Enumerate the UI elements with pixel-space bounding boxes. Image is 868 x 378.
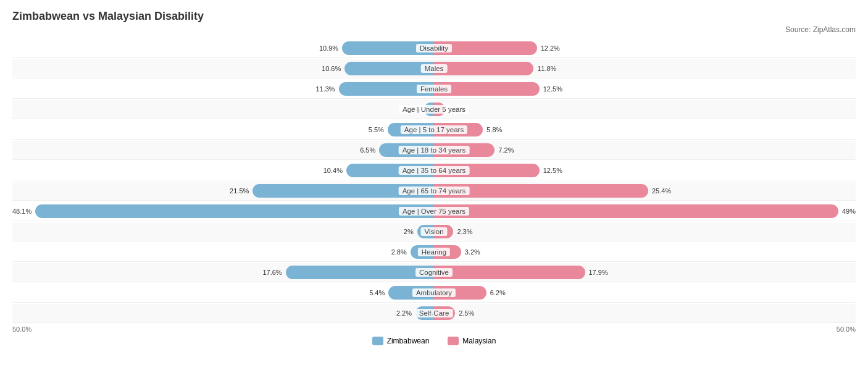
legend-label-malaysian: Malaysian xyxy=(462,337,496,345)
right-side: 3.2% xyxy=(434,244,856,260)
left-side: 2.8% xyxy=(12,244,434,260)
blue-bar xyxy=(344,62,434,75)
bar-val-right: 12.2% xyxy=(541,44,560,52)
source-label: Source: ZipAtlas.com xyxy=(12,25,856,34)
bar-container: 48.1% 49% Age | Over 75 years xyxy=(12,202,856,220)
pink-bar xyxy=(434,306,455,320)
bar-val-left: 5.5% xyxy=(369,126,384,133)
bar-row: 2% 2.3% Vision xyxy=(12,222,856,242)
left-side: 6.5% xyxy=(12,142,434,158)
bar-val-left: 1.2% xyxy=(405,106,420,113)
bar-val-right: 3.2% xyxy=(465,248,480,256)
bar-row: 17.6% 17.9% Cognitive xyxy=(12,263,856,282)
right-side: 1.3% xyxy=(434,101,856,117)
pink-bar xyxy=(434,143,495,157)
bar-val-left: 11.3% xyxy=(315,85,335,93)
right-side: 12.2% xyxy=(434,40,856,56)
bar-val-left: 21.5% xyxy=(230,187,249,195)
chart-area: 10.9% 12.2% Disability 10.6% 11.8% xyxy=(12,39,856,323)
bar-row: 10.6% 11.8% Males xyxy=(12,59,856,78)
bar-val-right: 12.5% xyxy=(543,167,562,174)
blue-bar xyxy=(388,123,434,136)
bar-row: 1.2% 1.3% Age | Under 5 years xyxy=(12,100,856,119)
blue-bar xyxy=(286,266,434,279)
bar-val-left: 2.2% xyxy=(396,309,412,317)
left-side: 5.5% xyxy=(12,122,434,138)
bar-row: 48.1% 49% Age | Over 75 years xyxy=(12,202,856,221)
legend-malaysian: Malaysian xyxy=(448,337,496,345)
bar-row: 10.9% 12.2% Disability xyxy=(12,39,856,58)
pink-bar xyxy=(434,82,540,96)
blue-bar xyxy=(415,306,434,320)
bar-val-right: 25.4% xyxy=(652,187,671,195)
right-side: 6.2% xyxy=(434,285,856,301)
bar-container: 2% 2.3% Vision xyxy=(12,222,856,241)
bar-container: 21.5% 25.4% Age | 65 to 74 years xyxy=(12,182,856,200)
bar-container: 17.6% 17.9% Cognitive xyxy=(12,263,856,282)
blue-bar xyxy=(252,184,434,198)
bar-val-right: 11.8% xyxy=(537,65,556,72)
bar-val-left: 10.6% xyxy=(322,65,341,72)
pink-bar xyxy=(434,62,533,75)
blue-bar xyxy=(35,204,434,218)
bar-val-right: 2.5% xyxy=(459,309,474,317)
right-side: 25.4% xyxy=(434,183,856,199)
pink-bar xyxy=(434,286,486,300)
bar-row: 2.8% 3.2% Hearing xyxy=(12,243,856,262)
right-side: 12.5% xyxy=(434,81,856,97)
bar-row: 5.5% 5.8% Age | 5 to 17 years xyxy=(12,120,856,140)
bar-container: 5.5% 5.8% Age | 5 to 17 years xyxy=(12,120,856,139)
blue-bar xyxy=(388,286,434,300)
blue-bar xyxy=(379,143,434,157)
axis-left-label: 50.0% xyxy=(12,326,31,333)
bar-val-right: 6.2% xyxy=(490,289,506,296)
bar-row: 11.3% 12.5% Females xyxy=(12,80,856,99)
left-side: 10.4% xyxy=(12,162,434,178)
blue-bar xyxy=(417,225,434,238)
bar-container: 5.4% 6.2% Ambulatory xyxy=(12,284,856,302)
bar-val-left: 48.1% xyxy=(12,208,31,215)
left-side: 48.1% xyxy=(12,203,434,219)
left-side: 5.4% xyxy=(12,285,434,301)
axis-right-label: 50.0% xyxy=(837,326,856,333)
bar-val-right: 17.9% xyxy=(589,269,608,276)
bar-val-right: 1.3% xyxy=(449,106,464,113)
left-side: 10.9% xyxy=(12,40,434,56)
bar-row: 6.5% 7.2% Age | 18 to 34 years xyxy=(12,141,856,160)
pink-bar xyxy=(434,41,537,55)
bar-container: 11.3% 12.5% Females xyxy=(12,80,856,98)
left-side: 17.6% xyxy=(12,264,434,280)
legend-color-malaysian xyxy=(448,337,459,345)
blue-bar xyxy=(424,103,434,116)
pink-bar xyxy=(434,204,838,218)
right-side: 2.5% xyxy=(434,305,856,321)
right-side: 5.8% xyxy=(434,122,856,138)
bar-val-left: 10.9% xyxy=(319,44,338,52)
right-side: 49% xyxy=(434,203,856,219)
pink-bar xyxy=(434,164,540,177)
bar-val-right: 7.2% xyxy=(498,146,514,154)
bar-val-right: 12.5% xyxy=(543,85,562,93)
right-side: 7.2% xyxy=(434,142,856,158)
pink-bar xyxy=(434,123,483,136)
pink-bar xyxy=(434,245,461,259)
left-side: 2% xyxy=(12,224,434,240)
bar-container: 2.8% 3.2% Hearing xyxy=(12,243,856,261)
right-side: 12.5% xyxy=(434,162,856,178)
blue-bar xyxy=(342,41,434,55)
left-side: 21.5% xyxy=(12,183,434,199)
right-side: 17.9% xyxy=(434,264,856,280)
left-side: 11.3% xyxy=(12,81,434,97)
bar-row: 5.4% 6.2% Ambulatory xyxy=(12,284,856,303)
bar-val-right: 49% xyxy=(842,208,856,215)
blue-bar xyxy=(411,245,434,259)
bar-row: 21.5% 25.4% Age | 65 to 74 years xyxy=(12,182,856,201)
blue-bar xyxy=(339,82,434,96)
chart-title: Zimbabwean vs Malaysian Disability xyxy=(12,10,856,23)
left-side: 1.2% xyxy=(12,101,434,117)
bar-val-right: 2.3% xyxy=(457,228,472,235)
legend: Zimbabwean Malaysian xyxy=(12,337,856,345)
pink-bar xyxy=(434,266,585,279)
bar-container: 10.9% 12.2% Disability xyxy=(12,39,856,57)
blue-bar xyxy=(346,164,434,177)
